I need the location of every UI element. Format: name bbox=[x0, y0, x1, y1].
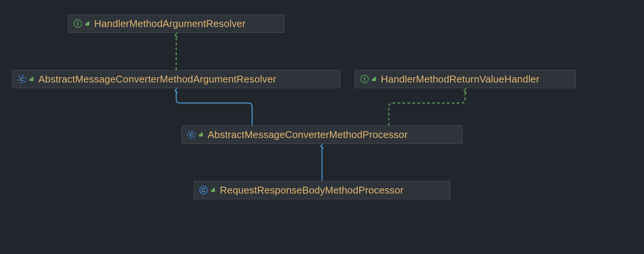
abstract-class-icon: C bbox=[187, 130, 196, 139]
diagram-canvas: I HandlerMethodArgumentResolver C Abstra… bbox=[0, 0, 644, 254]
node-icons: I bbox=[360, 75, 376, 83]
class-icon: C bbox=[199, 186, 208, 194]
visibility-icon bbox=[211, 188, 215, 192]
svg-rect-2 bbox=[30, 79, 32, 81]
node-abstract-message-converter-method-processor[interactable]: C AbstractMessageConverterMethodProcesso… bbox=[182, 125, 462, 144]
node-icons: C bbox=[187, 130, 203, 139]
svg-rect-9 bbox=[213, 188, 215, 192]
visibility-icon bbox=[199, 132, 203, 137]
svg-rect-6 bbox=[199, 134, 201, 137]
node-icons: I bbox=[74, 19, 90, 28]
svg-rect-3 bbox=[32, 77, 33, 81]
node-label: AbstractMessageConverterMethodProcessor bbox=[208, 129, 408, 141]
node-label: RequestResponseBodyMethodProcessor bbox=[220, 184, 404, 196]
node-label: HandlerMethodReturnValueHandler bbox=[381, 73, 540, 85]
svg-rect-0 bbox=[85, 23, 87, 25]
visibility-icon bbox=[372, 77, 376, 81]
node-label: AbstractMessageConverterMethodArgumentRe… bbox=[38, 73, 276, 85]
node-request-response-body-method-processor[interactable]: C RequestResponseBodyMethodProcessor bbox=[194, 181, 450, 199]
edge-abs2-abs1 bbox=[176, 90, 252, 125]
svg-rect-7 bbox=[201, 133, 203, 137]
abstract-class-icon: C bbox=[18, 75, 26, 83]
interface-icon: I bbox=[360, 75, 369, 83]
svg-rect-4 bbox=[372, 79, 374, 81]
visibility-icon bbox=[85, 21, 90, 26]
node-icons: C bbox=[199, 186, 215, 194]
node-icons: C bbox=[18, 75, 34, 83]
svg-rect-5 bbox=[374, 77, 376, 81]
edge-abs2-iface2 bbox=[389, 90, 465, 125]
node-abstract-message-converter-method-argument-resolver[interactable]: C AbstractMessageConverterMethodArgument… bbox=[12, 70, 340, 88]
interface-icon: I bbox=[74, 19, 82, 28]
svg-rect-8 bbox=[211, 190, 213, 192]
node-label: HandlerMethodArgumentResolver bbox=[94, 18, 246, 30]
svg-rect-1 bbox=[87, 22, 89, 25]
node-handler-method-argument-resolver[interactable]: I HandlerMethodArgumentResolver bbox=[68, 14, 284, 33]
visibility-icon bbox=[29, 77, 34, 81]
node-handler-method-return-value-handler[interactable]: I HandlerMethodReturnValueHandler bbox=[355, 70, 576, 88]
